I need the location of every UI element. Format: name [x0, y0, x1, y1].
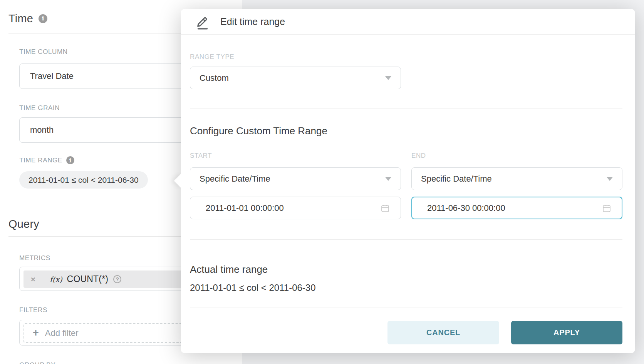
modal-divider [190, 307, 622, 307]
time-column-value: Travel Date [30, 71, 74, 81]
chevron-down-icon [385, 177, 391, 181]
calendar-icon[interactable] [602, 204, 611, 213]
start-label: START [190, 152, 401, 160]
time-range-label: TIME RANGE [19, 157, 62, 164]
info-icon[interactable]: i [39, 14, 47, 23]
end-type-value: Specific Date/Time [421, 174, 492, 184]
start-datetime-value: 2011-01-01 00:00:00 [206, 203, 284, 213]
configure-heading: Configure Custom Time Range [190, 124, 622, 137]
popover-title: Edit time range [220, 16, 285, 27]
time-section-title: Time [8, 12, 33, 25]
calendar-icon[interactable] [381, 204, 390, 213]
time-range-pill[interactable]: 2011-01-01 ≤ col < 2011-06-30 [19, 171, 148, 189]
chevron-down-icon [607, 177, 613, 181]
actual-range-value: 2011-01-01 ≤ col < 2011-06-30 [190, 282, 622, 294]
plus-icon: + [33, 328, 39, 338]
range-type-value: Custom [200, 73, 229, 83]
add-filter-label: Add filter [45, 328, 79, 338]
end-datetime-input[interactable]: 2011-06-30 00:00:00 [411, 197, 622, 219]
range-type-label: RANGE TYPE [190, 53, 622, 61]
cancel-button[interactable]: CANCEL [387, 321, 499, 344]
help-icon[interactable]: ? [113, 275, 121, 283]
time-grain-value: month [30, 125, 54, 135]
edit-time-range-popover: Edit time range RANGE TYPE Custom Config… [181, 9, 635, 353]
group-by-label: GROUP BY [19, 361, 242, 364]
info-icon[interactable]: i [66, 156, 74, 164]
modal-divider [190, 108, 622, 109]
remove-metric-icon[interactable]: × [23, 275, 43, 284]
edit-pencil-icon [195, 14, 210, 30]
function-icon: f(x) [50, 275, 62, 284]
popover-header: Edit time range [181, 9, 635, 35]
start-type-select[interactable]: Specific Date/Time [190, 167, 401, 190]
start-type-value: Specific Date/Time [200, 174, 270, 184]
modal-divider [190, 239, 622, 240]
apply-button[interactable]: APPLY [511, 321, 622, 344]
range-type-select[interactable]: Custom [190, 67, 401, 89]
end-datetime-value: 2011-06-30 00:00:00 [427, 203, 505, 213]
end-type-select[interactable]: Specific Date/Time [411, 167, 622, 190]
chip-divider [43, 274, 43, 285]
metric-name: COUNT(*) [67, 274, 109, 284]
end-label: END [411, 152, 622, 160]
start-datetime-input[interactable]: 2011-01-01 00:00:00 [190, 197, 401, 219]
chevron-down-icon [385, 76, 391, 80]
actual-range-heading: Actual time range [190, 263, 622, 276]
